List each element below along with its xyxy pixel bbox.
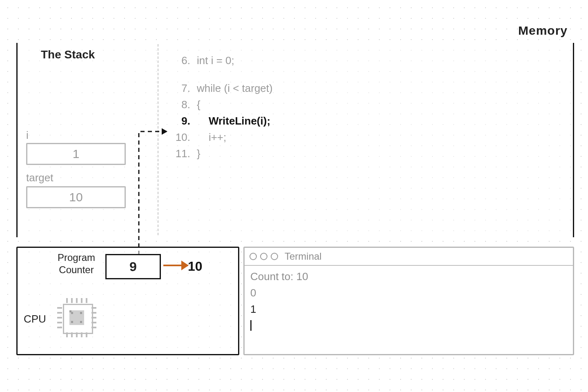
memory-divider: [158, 44, 158, 235]
terminal-line: 1: [250, 301, 567, 317]
program-counter-value: 9: [105, 254, 161, 279]
terminal-line: Count to: 10: [250, 268, 567, 285]
code-line: 11.}: [172, 145, 273, 162]
code-line: 7.while (i < target): [172, 80, 273, 96]
window-control-icon: [260, 253, 267, 260]
code-listing: 6.int i = 0;7.while (i < target)8.{9. Wr…: [172, 52, 273, 162]
cpu-label: CPU: [24, 313, 46, 325]
terminal-header: Terminal: [245, 248, 573, 266]
code-line: 10. i++;: [172, 129, 273, 145]
terminal-line: 0: [250, 285, 567, 301]
stack-title: The Stack: [41, 48, 95, 61]
pc-next-arrow-icon: [163, 265, 188, 266]
window-control-icon: [271, 253, 278, 260]
diagram-stage: Memory The Stack i 1 target 10 6.int i =…: [0, 0, 588, 392]
stack-var-i-label: i: [26, 129, 29, 142]
code-line: 8.{: [172, 96, 273, 113]
window-control-icon: [249, 253, 257, 260]
program-counter-label: Program Counter: [46, 252, 107, 276]
memory-panel: [16, 41, 574, 239]
terminal-panel: Terminal Count to: 1001: [243, 247, 574, 355]
terminal-title: Terminal: [285, 251, 322, 262]
code-line: 9. WriteLine(i);: [172, 113, 273, 129]
stack-var-target-value: 10: [26, 186, 126, 208]
cpu-chip-icon: [57, 298, 96, 337]
terminal-output: Count to: 1001: [245, 266, 573, 336]
code-line: 6.int i = 0;: [172, 52, 273, 69]
program-counter-next-value: 10: [188, 259, 203, 274]
stack-var-target-label: target: [26, 172, 53, 184]
stack-var-i-value: 1: [26, 143, 126, 165]
terminal-cursor: [250, 317, 567, 334]
memory-label: Memory: [518, 24, 568, 38]
